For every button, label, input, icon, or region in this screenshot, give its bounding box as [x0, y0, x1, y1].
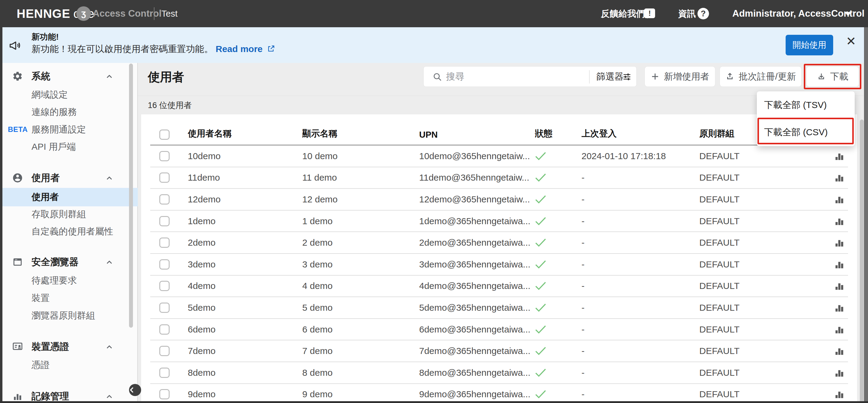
- menu-item-download-csv[interactable]: 下載全部 (CSV): [757, 119, 855, 146]
- download-button[interactable]: 下載: [806, 66, 859, 87]
- row-checkbox[interactable]: [159, 389, 169, 399]
- user-stats-icon[interactable]: [821, 194, 844, 204]
- feedback-bubble-icon[interactable]: !: [644, 8, 655, 18]
- table-row[interactable]: 4demo 4 demo 4demo@365henngetaiwa... - D…: [150, 276, 848, 297]
- cell-upn: 1demo@365henngetaiwa...: [419, 216, 535, 226]
- table-row[interactable]: 8demo 8 demo 8demo@365henngetaiwa... - D…: [150, 362, 848, 384]
- row-checkbox[interactable]: [159, 324, 169, 335]
- certificate-card-icon: [12, 341, 23, 352]
- user-stats-icon[interactable]: [821, 172, 844, 183]
- chevron-up-icon[interactable]: [105, 72, 114, 81]
- cell-username: 7demo: [188, 346, 302, 356]
- table-row[interactable]: 6demo 6 demo 6demo@365henngetaiwa... - D…: [150, 319, 848, 341]
- sidebar-section-system[interactable]: 系統: [0, 68, 137, 85]
- table-row[interactable]: 10demo 10 demo 10demo@365henngetaiw... 2…: [150, 145, 848, 167]
- filter-sliders-icon[interactable]: [622, 72, 631, 81]
- user-stats-icon[interactable]: [821, 368, 844, 378]
- cell-policy-group: DEFAULT: [699, 151, 821, 161]
- table-row[interactable]: 7demo 7 demo 7demo@365henngetaiwa... - D…: [150, 340, 848, 362]
- search-input[interactable]: [446, 67, 585, 87]
- search-divider: [589, 70, 590, 83]
- help-icon[interactable]: ?: [698, 8, 709, 20]
- table-row[interactable]: 2demo 2 demo 2demo@365henngetaiwa... - D…: [150, 232, 848, 254]
- read-more-link[interactable]: Read more: [216, 44, 262, 54]
- user-stats-icon[interactable]: [821, 324, 844, 335]
- cell-upn: 6demo@365henngetaiwa...: [419, 324, 535, 335]
- row-checkbox[interactable]: [159, 346, 169, 356]
- sidebar-section-secure-browser[interactable]: 安全瀏覽器: [0, 254, 137, 270]
- sidebar-item-devices[interactable]: 裝置: [0, 290, 137, 306]
- cell-policy-group: DEFAULT: [699, 194, 821, 204]
- user-stats-icon[interactable]: [821, 151, 844, 161]
- sidebar-scrollbar-thumb[interactable]: [129, 64, 133, 328]
- table-row[interactable]: 3demo 3 demo 3demo@365henngetaiwa... - D…: [150, 254, 848, 276]
- user-circle-icon: [12, 172, 23, 183]
- user-stats-icon[interactable]: [821, 237, 844, 248]
- table-row[interactable]: 9demo 9 demo 9demo@365henngetaiwa... - D…: [150, 384, 848, 403]
- row-checkbox[interactable]: [159, 216, 169, 226]
- row-checkbox[interactable]: [159, 172, 169, 183]
- users-table-card: 使用者名稱 顯示名稱 UPN 狀態 上次登入 原則群組 10demo 10 de…: [141, 114, 857, 403]
- row-checkbox[interactable]: [159, 368, 169, 378]
- user-stats-icon[interactable]: [821, 216, 844, 226]
- external-link-icon[interactable]: [267, 44, 275, 53]
- chevron-up-icon[interactable]: [105, 342, 114, 351]
- bulk-register-button[interactable]: 批次註冊/更新: [720, 66, 802, 87]
- table-row[interactable]: 1demo 1 demo 1demo@365henngetaiwa... - D…: [150, 210, 848, 232]
- sidebar-section-device-certificates[interactable]: 裝置憑證: [0, 338, 137, 355]
- select-all-checkbox[interactable]: [159, 130, 169, 140]
- user-stats-icon[interactable]: [821, 303, 844, 313]
- chevron-up-icon[interactable]: [105, 174, 114, 183]
- table-row[interactable]: 5demo 5 demo 5demo@365henngetaiwa... - D…: [150, 297, 848, 319]
- chevron-up-icon[interactable]: [105, 392, 114, 401]
- cell-username: 12demo: [188, 194, 302, 204]
- sidebar-item-browser-policy-groups[interactable]: 瀏覽器原則群組: [0, 307, 137, 324]
- sidebar-item-connected-services[interactable]: 連線的服務: [0, 103, 137, 121]
- row-checkbox[interactable]: [159, 194, 169, 204]
- menu-item-download-tsv[interactable]: 下載全部 (TSV): [757, 91, 855, 119]
- chevron-down-icon[interactable]: [845, 12, 851, 16]
- row-checkbox[interactable]: [159, 281, 169, 291]
- filter-button[interactable]: 篩選器: [596, 67, 624, 87]
- user-stats-icon[interactable]: [821, 281, 844, 291]
- chevron-up-icon[interactable]: [105, 258, 114, 267]
- sidebar-item-api-clients[interactable]: API 用戶端: [0, 138, 137, 155]
- sidebar-item-users[interactable]: 使用者: [0, 189, 137, 205]
- sidebar-section-users[interactable]: 使用者: [0, 169, 137, 187]
- user-stats-icon[interactable]: [821, 389, 844, 399]
- col-last-login: 上次登入: [582, 128, 699, 140]
- feedback-link[interactable]: 反饋給我們: [601, 0, 645, 27]
- search-box: 篩選器: [424, 66, 637, 87]
- sidebar-section-label: 系統: [31, 68, 50, 85]
- row-checkbox[interactable]: [159, 303, 169, 313]
- info-link[interactable]: 資訊: [678, 0, 696, 27]
- user-stats-icon[interactable]: [821, 346, 844, 356]
- hennge-bubble-icon: ʒ: [76, 6, 91, 21]
- cell-username: 1demo: [188, 216, 302, 226]
- table-row[interactable]: 12demo 12 demo 12demo@365henngetaiw... -…: [150, 189, 848, 210]
- window-scrollbar[interactable]: [864, 27, 868, 403]
- get-started-button[interactable]: 開始使用: [786, 35, 833, 55]
- content-scrollbar-thumb[interactable]: [860, 120, 864, 403]
- sidebar-item-certificates[interactable]: 憑證: [0, 357, 137, 373]
- sidebar-item-provisioning[interactable]: BETA 服務開通設定: [0, 121, 137, 138]
- add-user-button[interactable]: 新增使用者: [645, 66, 715, 87]
- row-checkbox[interactable]: [159, 151, 169, 161]
- sidebar-item-domain-settings[interactable]: 網域設定: [0, 86, 137, 103]
- sidebar-item-custom-user-attributes[interactable]: 自定義的使用者屬性: [0, 223, 137, 240]
- table-row[interactable]: 11demo 11 demo 11demo@365henngetaiw... -…: [150, 167, 848, 189]
- user-stats-icon[interactable]: [821, 259, 844, 270]
- cell-policy-group: DEFAULT: [699, 346, 821, 356]
- banner-title: 新功能!: [31, 31, 59, 42]
- sidebar-item-pending-requests[interactable]: 待處理要求: [0, 272, 137, 289]
- sidebar-collapse-button[interactable]: [129, 384, 141, 396]
- search-icon: [432, 72, 442, 82]
- cell-username: 5demo: [188, 303, 302, 313]
- cell-policy-group: DEFAULT: [699, 324, 821, 335]
- sidebar-item-access-policy-groups[interactable]: 存取原則群組: [0, 206, 137, 223]
- row-checkbox[interactable]: [159, 237, 169, 248]
- row-checkbox[interactable]: [159, 259, 169, 270]
- sidebar-section-log-management[interactable]: 記錄管理: [0, 388, 137, 403]
- cell-display-name: 10 demo: [302, 151, 419, 161]
- close-icon[interactable]: ✕: [844, 34, 858, 48]
